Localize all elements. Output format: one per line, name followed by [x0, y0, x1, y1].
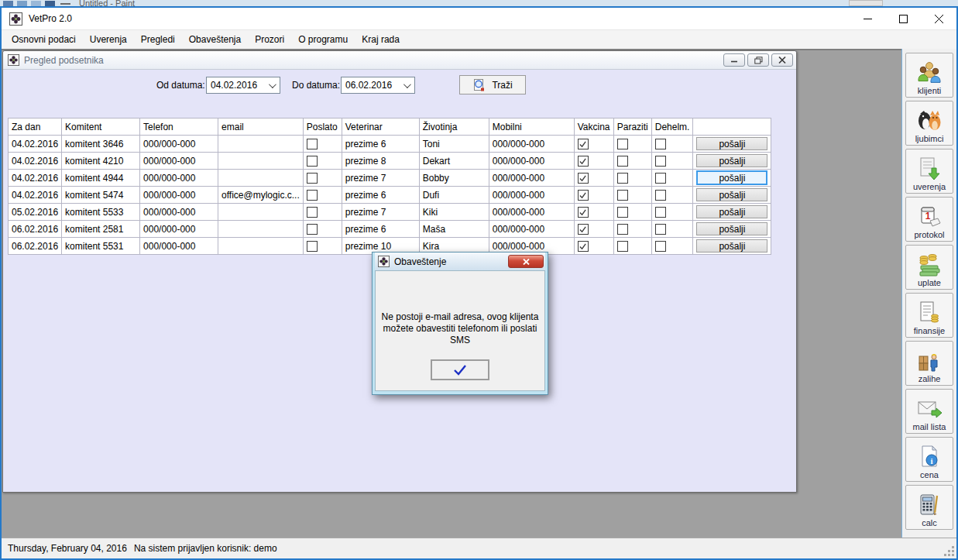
sidebar-button-protokol[interactable]: 1protokol [905, 197, 953, 242]
dehelm-checkbox[interactable] [655, 173, 666, 184]
sidebar-button-ljubimci[interactable]: ljubimci [905, 101, 953, 146]
send-cell: pošalji [693, 221, 771, 238]
close-icon[interactable] [921, 8, 956, 29]
dehelm-checkbox[interactable] [655, 224, 666, 235]
sidebar-button-cena[interactable]: icena [905, 437, 953, 482]
veterinar-cell: prezime 6 [342, 187, 419, 204]
from-date-select[interactable]: 04.02.2016 [206, 77, 280, 94]
sidebar-button-uplate[interactable]: uplate [905, 245, 953, 290]
status-date: Thursday, February 04, 2016 [8, 543, 127, 554]
send-button[interactable]: pošalji [696, 188, 767, 201]
sidebar-button-zalihe[interactable]: zalihe [905, 341, 953, 386]
mail-list-icon [916, 396, 943, 422]
poslato-cell [303, 204, 342, 221]
dehelm-checkbox[interactable] [655, 241, 666, 252]
menu-item-pregledi[interactable]: Pregledi [134, 32, 182, 47]
paraziti-checkbox[interactable] [617, 173, 628, 184]
veterinar-cell: prezime 6 [342, 221, 419, 238]
search-button[interactable]: Traži [459, 75, 526, 94]
mdi-workspace: Pregled podsetnika Od datuma: 04.02.2016 [2, 49, 901, 538]
paint-window-button [849, 0, 883, 6]
to-date-select[interactable]: 06.02.2016 [341, 77, 415, 94]
email-cell [218, 136, 304, 153]
table-header: Za danKomitentTelefonemailPoslatoVeterin… [9, 119, 771, 136]
resize-grip-icon[interactable] [944, 546, 954, 556]
svg-text:1: 1 [925, 211, 931, 222]
dehelm-checkbox[interactable] [655, 190, 666, 201]
menu-item-o-programu[interactable]: O programu [291, 32, 355, 47]
reminders-titlebar[interactable]: Pregled podsetnika [3, 51, 796, 70]
send-button[interactable]: pošalji [696, 137, 767, 150]
send-button[interactable]: pošalji [696, 205, 767, 218]
child-close-icon[interactable] [771, 53, 793, 67]
paraziti-checkbox[interactable] [617, 139, 628, 149]
dehelm-checkbox[interactable] [655, 207, 666, 218]
dialog-titlebar[interactable]: Obaveštenje [375, 253, 545, 270]
sidebar-button-klijenti[interactable]: klijenti [905, 53, 953, 98]
vakcina-cell [574, 187, 613, 204]
poslato-checkbox[interactable] [307, 190, 318, 201]
maximize-icon[interactable] [885, 8, 921, 29]
sidebar-button-mail-lista[interactable]: mail lista [905, 389, 953, 434]
komitent-cell: komitent 5531 [62, 238, 140, 255]
column-header-send [693, 119, 771, 136]
poslato-checkbox[interactable] [307, 139, 318, 149]
to-date-value: 06.02.2016 [345, 80, 392, 91]
mobilni-cell: 000/000-000 [489, 153, 574, 170]
poslato-checkbox[interactable] [307, 207, 318, 218]
reminders-table: Za danKomitentTelefonemailPoslatoVeterin… [8, 118, 771, 255]
poslato-checkbox[interactable] [307, 156, 318, 167]
zivotinja-cell: Kiki [419, 204, 489, 221]
paraziti-checkbox[interactable] [617, 190, 628, 201]
column-header-vakcina: Vakcina [574, 119, 613, 136]
paint-toolbar-icon [31, 1, 41, 6]
vakcina-checkbox[interactable] [578, 139, 589, 149]
send-button[interactable]: pošalji [696, 154, 767, 167]
poslato-checkbox[interactable] [307, 173, 318, 184]
send-button[interactable]: pošalji [696, 222, 767, 235]
poslato-checkbox[interactable] [307, 224, 318, 235]
vakcina-checkbox[interactable] [578, 190, 589, 201]
paraziti-checkbox[interactable] [617, 224, 628, 235]
child-minimize-icon[interactable] [723, 53, 745, 67]
menu-item-uverenja[interactable]: Uverenja [83, 32, 134, 47]
dialog-close-icon[interactable] [508, 255, 544, 268]
sidebar-button-finansije[interactable]: finansije [905, 293, 953, 338]
menu-item-prozori[interactable]: Prozori [248, 32, 291, 47]
menu-item-obave-tenja[interactable]: Obaveštenja [182, 32, 248, 47]
paraziti-checkbox[interactable] [617, 241, 628, 252]
vakcina-cell [574, 238, 613, 255]
sidebar-button-label: zalihe [919, 374, 941, 383]
dehelm-checkbox[interactable] [655, 156, 666, 167]
sidebar-button-label: cena [920, 470, 939, 479]
vakcina-checkbox[interactable] [578, 207, 589, 218]
send-button[interactable]: pošalji [696, 239, 767, 253]
vakcina-checkbox[interactable] [578, 173, 589, 184]
paraziti-checkbox[interactable] [617, 207, 628, 218]
table-row: 04.02.2016komitent 4210000/000-000prezim… [9, 153, 771, 170]
vakcina-checkbox[interactable] [578, 156, 589, 167]
child-restore-icon[interactable] [747, 53, 769, 67]
paraziti-checkbox[interactable] [617, 156, 628, 167]
zivotinja-cell: Bobby [419, 170, 489, 187]
dehelm-cell [651, 187, 693, 204]
send-cell: pošalji [693, 136, 771, 153]
dialog-title: Obaveštenje [394, 256, 446, 267]
komitent-cell: komitent 5474 [62, 187, 140, 204]
vakcina-checkbox[interactable] [578, 224, 589, 235]
send-cell: pošalji [693, 204, 771, 221]
sidebar-button-uverenja[interactable]: uverenja [905, 149, 953, 194]
minimize-icon[interactable] [850, 8, 885, 29]
vakcina-checkbox[interactable] [578, 241, 589, 252]
send-button[interactable]: pošalji [696, 170, 767, 185]
mobilni-cell: 000/000-000 [489, 170, 574, 187]
poslato-cell [303, 170, 342, 187]
menu-item-osnovni-podaci[interactable]: Osnovni podaci [5, 32, 83, 47]
to-date-label: Do datuma: [292, 80, 340, 91]
menu-item-kraj-rada[interactable]: Kraj rada [355, 32, 407, 47]
paraziti-cell [613, 204, 651, 221]
dialog-ok-button[interactable] [431, 359, 489, 380]
poslato-checkbox[interactable] [307, 241, 318, 252]
sidebar-button-calc[interactable]: calc [905, 485, 953, 530]
dehelm-checkbox[interactable] [655, 139, 666, 149]
